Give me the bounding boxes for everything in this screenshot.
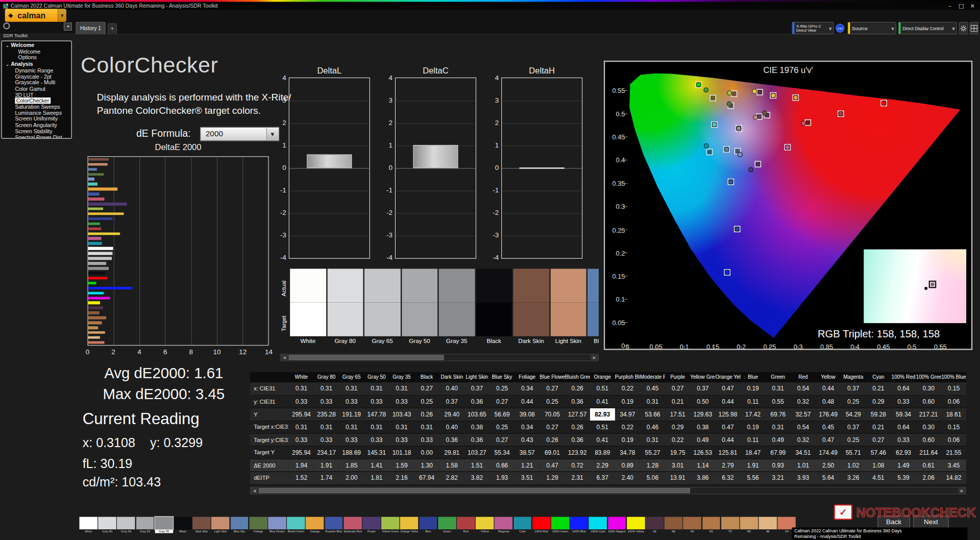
table-cell: 0.49 xyxy=(690,433,715,446)
patch-light-skin[interactable] xyxy=(211,517,229,529)
patch-9e[interactable] xyxy=(759,517,777,529)
workflow-home-icon[interactable] xyxy=(3,22,10,29)
scroll-right-icon[interactable]: ▶ xyxy=(958,487,966,494)
table-cell: 0.55 xyxy=(766,395,791,408)
sidebar-item-spectral-power-dist[interactable]: Spectral Power Dist. xyxy=(2,135,71,139)
table-cell: 1.02 xyxy=(841,459,866,472)
meter-dropdown[interactable]: X-Rite i1Pro 2Direct View ▼ xyxy=(792,22,834,34)
patch-dark-skin[interactable] xyxy=(192,517,210,529)
swatch-actual xyxy=(439,269,475,303)
white-point-zoom-inset xyxy=(864,250,966,323)
patch-label: 5D xyxy=(683,530,701,533)
calman-menu-button[interactable]: ◆ calman ▼ xyxy=(5,9,66,22)
patch-red[interactable] xyxy=(457,517,475,529)
de-bar-100-blue xyxy=(88,287,133,290)
scrollbar-thumb[interactable] xyxy=(259,488,690,493)
table-cell: 0.31 xyxy=(414,421,439,433)
patch-purple[interactable] xyxy=(362,517,380,529)
measured-point-magenta xyxy=(786,145,790,150)
patch-orange[interactable] xyxy=(306,517,324,529)
scroll-right-icon[interactable]: ▶ xyxy=(591,354,598,360)
cie-y-tick-label: 0.25 xyxy=(606,226,625,234)
patch-green[interactable] xyxy=(438,517,456,529)
scroll-left-icon[interactable]: ◀ xyxy=(251,487,258,494)
table-cell: 0.72 xyxy=(565,459,590,472)
de-bar-dark-skin xyxy=(88,158,109,161)
patch-100-green[interactable] xyxy=(551,517,569,529)
column-header-blue-sky: Blue Sky xyxy=(489,372,514,383)
patch-blue[interactable] xyxy=(419,517,437,529)
minimize-button[interactable]: – xyxy=(945,2,955,10)
patch-yellow-green[interactable] xyxy=(381,517,399,529)
y-tick-label: -1 xyxy=(271,186,286,194)
patch-8d[interactable] xyxy=(740,517,758,529)
patch-magenta[interactable] xyxy=(495,517,512,529)
table-cell: 0.66 xyxy=(489,459,514,472)
table-cell: 0.64 xyxy=(891,382,916,395)
maximize-button[interactable]: □ xyxy=(956,2,966,10)
table-row: ΔE 20001.941.911.851.411.591.301.581.510… xyxy=(250,459,966,472)
gridline xyxy=(242,157,243,345)
patch-100-red[interactable] xyxy=(532,517,550,529)
settings-button[interactable] xyxy=(959,22,968,34)
patch-6d[interactable] xyxy=(702,517,720,529)
scrollbar-thumb[interactable] xyxy=(289,355,444,360)
patch-100-blue[interactable] xyxy=(570,517,588,529)
patch-label: 100% Green xyxy=(551,530,569,533)
patch-7d[interactable] xyxy=(721,517,739,529)
patch-white[interactable] xyxy=(80,517,97,529)
patch-yellow[interactable] xyxy=(476,517,494,529)
patch-orange-yellow[interactable] xyxy=(400,517,418,529)
table-cell: 0.37 xyxy=(439,395,464,408)
table-cell: 0.27 xyxy=(414,382,439,395)
patch-blue-sky[interactable] xyxy=(230,517,248,529)
table-cell: 29.40 xyxy=(439,408,464,421)
patch-gray-35[interactable] xyxy=(155,517,173,529)
column-header-purple: Purple xyxy=(665,372,690,383)
tab-add-button[interactable]: + xyxy=(108,23,117,34)
table-cell: 234.17 xyxy=(314,446,339,459)
patch-100-magenta[interactable] xyxy=(608,517,626,529)
patch-100-yellow[interactable] xyxy=(627,517,645,529)
patch-cyan[interactable] xyxy=(513,517,531,529)
calman-menu-chevron-icon[interactable]: ▼ xyxy=(58,9,66,22)
patch-label: 9E xyxy=(759,530,777,533)
patch-gray-50[interactable] xyxy=(136,517,154,529)
patch-moderate-red[interactable] xyxy=(344,517,361,529)
scroll-left-icon[interactable]: ◀ xyxy=(281,354,288,360)
swatch-scrollbar[interactable]: ◀ ▶ xyxy=(280,354,599,361)
de-formula-label: dE Formula: xyxy=(136,128,191,139)
patch-5d[interactable] xyxy=(683,517,701,529)
patch-blue-flower[interactable] xyxy=(268,517,286,529)
table-cell: 0.31 xyxy=(364,382,389,395)
patch-label: Magenta xyxy=(495,530,512,533)
patch-4e[interactable] xyxy=(665,517,682,529)
table-cell: 0.50 xyxy=(690,395,715,408)
sidebar-item-color-gamut[interactable]: Color Gamut xyxy=(2,86,71,92)
table-cell: 38.57 xyxy=(514,446,540,459)
patch-black[interactable] xyxy=(174,517,191,529)
close-button[interactable]: × xyxy=(968,2,978,10)
patch-bluish-green[interactable] xyxy=(287,517,305,529)
patch-foliage[interactable] xyxy=(249,517,267,529)
y-tick-label: 2 xyxy=(378,119,393,127)
patch-gray-65[interactable] xyxy=(117,517,135,529)
patch-gray-80[interactable] xyxy=(98,517,116,529)
patch-100-cyan[interactable] xyxy=(589,517,607,529)
de-formula-select[interactable]: 2000 ▼ xyxy=(200,127,280,141)
layout-button[interactable] xyxy=(969,22,978,34)
patch-purplish-blue[interactable] xyxy=(325,517,342,529)
patch-label: Gray 65 xyxy=(117,530,135,533)
table-cell: 103.43 xyxy=(389,408,414,421)
table-cell: 2.40 xyxy=(615,472,640,484)
sidebar-collapse-button[interactable]: ◂ xyxy=(64,22,72,31)
table-cell: 0.33 xyxy=(314,395,339,408)
source-dropdown[interactable]: Source ▼ xyxy=(847,22,896,34)
table-scrollbar[interactable]: ◀ ▶ xyxy=(250,487,966,495)
table-cell: 211.64 xyxy=(916,446,941,459)
table-cell: 2.31 xyxy=(565,472,590,484)
table-row: dEITP1.521.742.001.812.1667.942.823.821.… xyxy=(250,472,966,484)
display-control-dropdown[interactable]: Direct Display Control ▼ xyxy=(898,22,957,34)
tab-history-1[interactable]: History 1 xyxy=(76,22,106,34)
patch-2e[interactable] xyxy=(646,517,664,529)
